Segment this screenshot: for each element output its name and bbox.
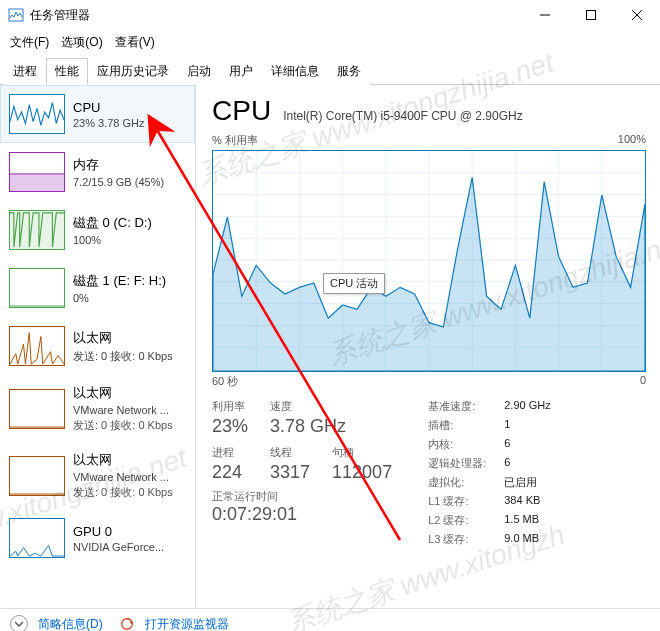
sidebar-item-ethernet0[interactable]: 以太网 发送: 0 接收: 0 Kbps: [0, 317, 195, 375]
cpu-model: Intel(R) Core(TM) i5-9400F CPU @ 2.90GHz: [283, 109, 523, 123]
svg-line-4: [632, 10, 642, 20]
value-basespeed: 2.90 GHz: [504, 399, 550, 414]
value-handles: 112007: [332, 462, 392, 483]
disk-thumb-icon: [9, 268, 65, 308]
ethernet-thumb-icon: [9, 456, 65, 496]
sidebar-item-ethernet2[interactable]: 以太网 VMware Network ... 发送: 0 接收: 0 Kbps: [0, 442, 195, 509]
sidebar-item-disk1[interactable]: 磁盘 1 (E: F: H:) 0%: [0, 259, 195, 317]
value-l1-cache: 384 KB: [504, 494, 550, 509]
menu-options[interactable]: 选项(O): [57, 32, 106, 53]
label-processes: 进程: [212, 445, 248, 460]
cpu-utilization-chart[interactable]: CPU 活动: [212, 150, 646, 372]
sidebar-item-sub: 7.2/15.9 GB (45%): [73, 176, 164, 188]
value-utilization: 23%: [212, 416, 248, 437]
value-threads: 3317: [270, 462, 310, 483]
tab-app-history[interactable]: 应用历史记录: [88, 58, 178, 85]
label-uptime: 正常运行时间: [212, 489, 392, 504]
open-resmon-link[interactable]: 打开资源监视器: [145, 616, 229, 632]
sidebar-item-label: 以太网: [73, 384, 173, 402]
sidebar-item-sub2: 发送: 0 接收: 0 Kbps: [73, 418, 173, 433]
label-virtualization: 虚拟化:: [428, 475, 486, 490]
sidebar-item-disk0[interactable]: 磁盘 0 (C: D:) 100%: [0, 201, 195, 259]
sidebar-item-label: 内存: [73, 156, 164, 174]
sidebar-item-sub2: 发送: 0 接收: 0 Kbps: [73, 485, 173, 500]
sidebar-item-label: 以太网: [73, 451, 173, 469]
gpu-thumb-icon: [9, 518, 65, 558]
value-cores: 6: [504, 437, 550, 452]
tab-users[interactable]: 用户: [220, 58, 262, 85]
titlebar-left: 任务管理器: [8, 7, 90, 24]
tab-performance[interactable]: 性能: [46, 58, 88, 85]
value-sockets: 1: [504, 418, 550, 433]
label-utilization: 利用率: [212, 399, 248, 414]
label-logical: 逻辑处理器:: [428, 456, 486, 471]
chart-top-right-label: 100%: [618, 133, 646, 148]
value-uptime: 0:07:29:01: [212, 504, 392, 525]
sidebar-item-sub: 23% 3.78 GHz: [73, 117, 145, 129]
ethernet-thumb-icon: [9, 389, 65, 429]
label-basespeed: 基准速度:: [428, 399, 486, 414]
close-button[interactable]: [614, 0, 660, 30]
chart-bottom-left-label: 60 秒: [212, 374, 238, 389]
performance-sidebar[interactable]: CPU 23% 3.78 GHz 内存 7.2/15.9 GB (45%): [0, 85, 196, 608]
less-details-link[interactable]: 简略信息(D): [38, 616, 103, 632]
svg-rect-2: [587, 11, 596, 20]
sidebar-item-sub: NVIDIA GeForce...: [73, 541, 164, 553]
svg-line-3: [632, 10, 642, 20]
label-l3-cache: L3 缓存:: [428, 532, 486, 547]
tab-details[interactable]: 详细信息: [262, 58, 328, 85]
value-speed: 3.78 GHz: [270, 416, 392, 437]
sidebar-item-sub: VMware Network ...: [73, 471, 173, 483]
detail-pane: CPU Intel(R) Core(TM) i5-9400F CPU @ 2.9…: [196, 85, 660, 608]
sidebar-item-memory[interactable]: 内存 7.2/15.9 GB (45%): [0, 143, 195, 201]
sidebar-item-label: 磁盘 0 (C: D:): [73, 214, 152, 232]
tab-startup[interactable]: 启动: [178, 58, 220, 85]
sidebar-item-label: GPU 0: [73, 524, 164, 539]
disk-thumb-icon: [9, 210, 65, 250]
app-icon: [8, 7, 24, 23]
sidebar-item-label: CPU: [73, 100, 145, 115]
menubar: 文件(F) 选项(O) 查看(V): [0, 30, 660, 55]
chevron-down-icon[interactable]: [10, 615, 28, 631]
svg-rect-7: [10, 211, 64, 249]
value-l3-cache: 9.0 MB: [504, 532, 550, 547]
cpu-thumb-icon: [9, 94, 65, 134]
label-threads: 线程: [270, 445, 310, 460]
refresh-icon: [119, 616, 135, 631]
sidebar-item-cpu[interactable]: CPU 23% 3.78 GHz: [0, 85, 195, 143]
sidebar-item-gpu0[interactable]: GPU 0 NVIDIA GeForce...: [0, 509, 195, 567]
sidebar-item-sub: VMware Network ...: [73, 404, 173, 416]
chart-tooltip: CPU 活动: [323, 273, 385, 294]
maximize-button[interactable]: [568, 0, 614, 30]
svg-marker-30: [129, 621, 133, 624]
tab-services[interactable]: 服务: [328, 58, 370, 85]
window-title: 任务管理器: [30, 7, 90, 24]
value-virtualization: 已启用: [504, 475, 550, 490]
memory-thumb-icon: [9, 152, 65, 192]
label-handles: 句柄: [332, 445, 392, 460]
value-processes: 224: [212, 462, 248, 483]
sidebar-item-sub: 发送: 0 接收: 0 Kbps: [73, 349, 173, 364]
menu-file[interactable]: 文件(F): [6, 32, 53, 53]
detail-title: CPU: [212, 95, 271, 127]
sidebar-item-sub: 0%: [73, 292, 166, 304]
window-controls: [522, 0, 660, 30]
minimize-button[interactable]: [522, 0, 568, 30]
chart-top-left-label: % 利用率: [212, 133, 258, 148]
menu-view[interactable]: 查看(V): [111, 32, 159, 53]
label-sockets: 插槽:: [428, 418, 486, 433]
sidebar-item-ethernet1[interactable]: 以太网 VMware Network ... 发送: 0 接收: 0 Kbps: [0, 375, 195, 442]
label-cores: 内核:: [428, 437, 486, 452]
value-logical: 6: [504, 456, 550, 471]
sidebar-item-label: 以太网: [73, 329, 173, 347]
tabbar: 进程 性能 应用历史记录 启动 用户 详细信息 服务: [0, 57, 660, 85]
ethernet-thumb-icon: [9, 326, 65, 366]
tab-processes[interactable]: 进程: [4, 58, 46, 85]
stats-grid: 利用率 速度 23% 3.78 GHz 进程 线程 句柄 224 3317 11…: [212, 399, 646, 547]
label-speed: 速度: [270, 399, 310, 414]
svg-rect-5: [10, 174, 64, 191]
sidebar-item-label: 磁盘 1 (E: F: H:): [73, 272, 166, 290]
titlebar: 任务管理器: [0, 0, 660, 30]
sidebar-item-sub: 100%: [73, 234, 152, 246]
chart-bottom-right-label: 0: [640, 374, 646, 389]
